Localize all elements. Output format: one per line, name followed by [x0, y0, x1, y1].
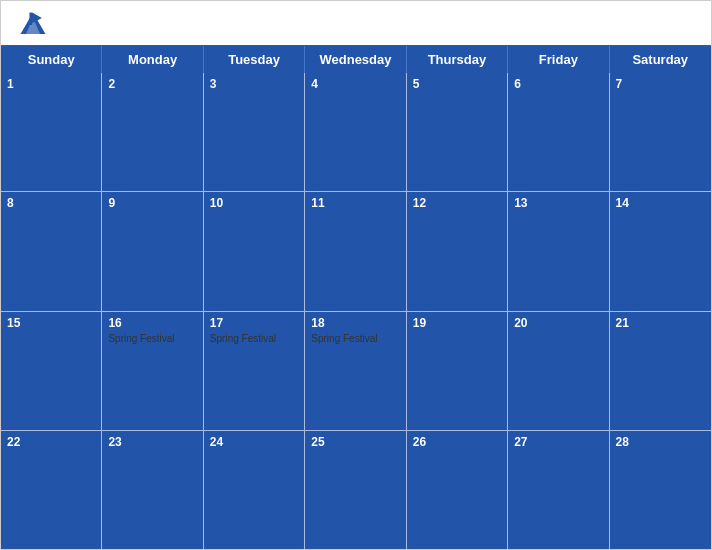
event-label: Spring Festival — [311, 332, 399, 345]
calendar-header — [1, 1, 711, 45]
day-cell-12: 12 — [407, 192, 508, 310]
day-number: 11 — [311, 196, 399, 210]
logo — [17, 9, 53, 41]
day-headers-row: SundayMondayTuesdayWednesdayThursdayFrid… — [1, 46, 711, 73]
day-cell-7: 7 — [610, 73, 711, 191]
day-cell-5: 5 — [407, 73, 508, 191]
week-row-1: 1234567 — [1, 73, 711, 192]
week-row-2: 891011121314 — [1, 192, 711, 311]
day-cell-26: 26 — [407, 431, 508, 549]
day-number: 6 — [514, 77, 602, 91]
day-cell-19: 19 — [407, 312, 508, 430]
day-number: 26 — [413, 435, 501, 449]
day-cell-17: 17Spring Festival — [204, 312, 305, 430]
day-number: 24 — [210, 435, 298, 449]
day-number: 14 — [616, 196, 705, 210]
day-cell-22: 22 — [1, 431, 102, 549]
day-number: 20 — [514, 316, 602, 330]
day-number: 27 — [514, 435, 602, 449]
weeks-container: 12345678910111213141516Spring Festival17… — [1, 73, 711, 549]
day-cell-15: 15 — [1, 312, 102, 430]
day-cell-21: 21 — [610, 312, 711, 430]
day-number: 28 — [616, 435, 705, 449]
day-cell-1: 1 — [1, 73, 102, 191]
day-cell-18: 18Spring Festival — [305, 312, 406, 430]
calendar-grid: SundayMondayTuesdayWednesdayThursdayFrid… — [1, 45, 711, 549]
day-number: 8 — [7, 196, 95, 210]
day-cell-28: 28 — [610, 431, 711, 549]
day-number: 19 — [413, 316, 501, 330]
day-number: 18 — [311, 316, 399, 330]
day-cell-2: 2 — [102, 73, 203, 191]
day-header-tuesday: Tuesday — [204, 46, 305, 73]
day-cell-8: 8 — [1, 192, 102, 310]
day-number: 10 — [210, 196, 298, 210]
logo-icon — [17, 9, 49, 41]
day-number: 2 — [108, 77, 196, 91]
day-cell-14: 14 — [610, 192, 711, 310]
week-row-3: 1516Spring Festival17Spring Festival18Sp… — [1, 312, 711, 431]
day-header-saturday: Saturday — [610, 46, 711, 73]
day-number: 23 — [108, 435, 196, 449]
day-cell-9: 9 — [102, 192, 203, 310]
day-cell-6: 6 — [508, 73, 609, 191]
day-number: 9 — [108, 196, 196, 210]
day-number: 17 — [210, 316, 298, 330]
day-number: 15 — [7, 316, 95, 330]
day-number: 25 — [311, 435, 399, 449]
day-number: 1 — [7, 77, 95, 91]
day-number: 3 — [210, 77, 298, 91]
day-cell-11: 11 — [305, 192, 406, 310]
day-header-monday: Monday — [102, 46, 203, 73]
day-cell-13: 13 — [508, 192, 609, 310]
event-label: Spring Festival — [210, 332, 298, 345]
day-header-friday: Friday — [508, 46, 609, 73]
calendar-page: SundayMondayTuesdayWednesdayThursdayFrid… — [0, 0, 712, 550]
day-cell-23: 23 — [102, 431, 203, 549]
day-number: 13 — [514, 196, 602, 210]
day-cell-20: 20 — [508, 312, 609, 430]
day-number: 12 — [413, 196, 501, 210]
week-row-4: 22232425262728 — [1, 431, 711, 549]
event-label: Spring Festival — [108, 332, 196, 345]
day-cell-25: 25 — [305, 431, 406, 549]
day-header-wednesday: Wednesday — [305, 46, 406, 73]
day-cell-10: 10 — [204, 192, 305, 310]
day-cell-4: 4 — [305, 73, 406, 191]
day-cell-16: 16Spring Festival — [102, 312, 203, 430]
svg-rect-2 — [29, 13, 32, 25]
day-cell-27: 27 — [508, 431, 609, 549]
day-header-thursday: Thursday — [407, 46, 508, 73]
day-number: 21 — [616, 316, 705, 330]
day-number: 22 — [7, 435, 95, 449]
day-cell-24: 24 — [204, 431, 305, 549]
day-number: 7 — [616, 77, 705, 91]
day-header-sunday: Sunday — [1, 46, 102, 73]
day-cell-3: 3 — [204, 73, 305, 191]
day-number: 4 — [311, 77, 399, 91]
day-number: 16 — [108, 316, 196, 330]
day-number: 5 — [413, 77, 501, 91]
